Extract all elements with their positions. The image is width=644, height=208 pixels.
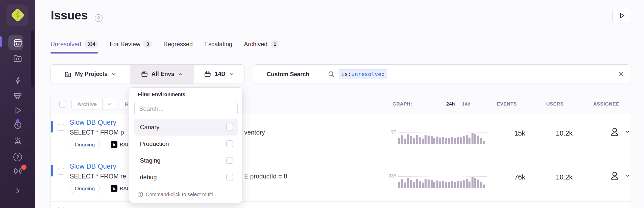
column-header-assignee: ASSIGNEE [593, 101, 619, 107]
sidebar-item-whats-new[interactable] [0, 166, 35, 176]
project-filter-button[interactable]: My Projects [51, 65, 130, 84]
page-filter-bar: My Projects All Envs 14D [51, 64, 244, 84]
issue-title-link[interactable]: Slow DB Query [70, 163, 116, 170]
chevron-down-icon [229, 72, 234, 77]
project-filter-label: My Projects [75, 71, 108, 77]
assignee-dropdown[interactable] [609, 126, 630, 137]
user-icon [609, 126, 620, 137]
folder-code-icon [13, 54, 22, 63]
environment-option-label: Staging [140, 157, 160, 164]
sidebar-item-issues[interactable] [0, 38, 35, 47]
tab-label: For Review [110, 41, 140, 48]
environment-option-label: Canary [140, 124, 159, 131]
chevron-right-icon [15, 188, 21, 194]
dropdown-title: Filter Environments [138, 92, 185, 97]
archive-button-label: Archive [72, 101, 102, 107]
issues-page: ? Issues ? Unresolved 334 For [0, 0, 644, 208]
tab-archived[interactable]: Archived 1 [244, 37, 279, 51]
environment-option-checkbox[interactable] [226, 140, 233, 147]
date-range-filter-label: 14D [215, 71, 225, 77]
window-icon [141, 71, 148, 78]
users-count: 10.2k [543, 173, 586, 181]
clear-search-button[interactable] [617, 70, 625, 79]
page-help-icon[interactable]: ? [95, 14, 103, 22]
siren-icon [13, 136, 23, 145]
users-count: 10.2k [543, 129, 586, 137]
tab-label: Unresolved [51, 41, 81, 48]
column-header-graph: GRAPH: [392, 101, 412, 107]
tab-escalating[interactable]: Escalating [204, 37, 232, 51]
tab-label: Archived [244, 41, 267, 48]
column-header-events: EVENTS [497, 101, 517, 107]
event-sparkline [398, 133, 487, 144]
sidebar-item-insights[interactable] [0, 76, 35, 85]
sidebar-item-help[interactable]: ? [0, 153, 35, 161]
sentry-logo[interactable] [9, 7, 26, 24]
environment-options-list: Canary Production Staging debug [134, 119, 238, 186]
environment-filter-button[interactable]: All Envs [130, 65, 194, 84]
tab-label: Regressed [163, 41, 193, 48]
chevron-down-icon [625, 129, 630, 134]
environment-option[interactable]: Production [134, 136, 238, 152]
close-icon [617, 70, 625, 78]
tab-regressed[interactable]: Regressed [163, 37, 193, 51]
tab-label: Escalating [204, 41, 232, 48]
lightning-icon [13, 76, 22, 85]
sidebar-expand-button[interactable] [0, 188, 35, 194]
tour-play-button[interactable] [612, 8, 631, 23]
issue-status-badge: Ongoing [70, 184, 100, 193]
user-icon [609, 170, 620, 181]
unresolved-level-bar [51, 165, 53, 176]
chevron-down-icon [625, 173, 630, 178]
calendar-icon [204, 71, 211, 78]
dropdown-footer: Command-click to select multi… [129, 186, 242, 203]
issue-title-link[interactable]: Slow DB Query [70, 119, 116, 126]
issue-culprit-fragment-right: ventory [244, 129, 265, 136]
folder-code-icon [64, 71, 71, 78]
tabs-bottom-border [35, 53, 644, 53]
dropdown-footer-text: Command-click to select multi… [146, 192, 218, 197]
archive-button[interactable]: Archive [71, 99, 116, 110]
environment-option-checkbox[interactable] [226, 124, 233, 131]
custom-search-button[interactable]: Custom Search [253, 65, 323, 84]
tab-count-badge: 1 [271, 40, 279, 48]
environment-option[interactable]: Canary [134, 119, 238, 136]
issue-checkbox[interactable] [58, 168, 64, 175]
dashboards-icon [13, 91, 22, 101]
environment-option-checkbox[interactable] [226, 174, 233, 180]
sidebar-item-alerts[interactable] [0, 136, 35, 145]
sidebar-item-explore[interactable] [0, 54, 35, 63]
assignee-dropdown[interactable] [609, 170, 630, 181]
graph-range-14d[interactable]: 14d [462, 101, 471, 107]
search-token-is-unresolved[interactable]: is:unresolved [339, 69, 387, 79]
releases-notification-dot [16, 119, 19, 123]
tab-count-badge: 3 [143, 40, 152, 48]
archive-dropdown-button[interactable] [102, 99, 116, 110]
issues-icon [13, 38, 22, 47]
date-range-filter-button[interactable]: 14D [194, 65, 244, 84]
issue-search-bar: Custom Search is:unresolved [253, 64, 631, 84]
events-count: 76k [498, 173, 541, 181]
chevron-down-icon [111, 72, 116, 77]
environment-search-input[interactable] [134, 102, 238, 115]
graph-max-label: 285 [369, 173, 396, 179]
select-all-checkbox[interactable] [59, 101, 66, 108]
environment-option-checkbox[interactable] [226, 157, 233, 164]
project-avatar: E [111, 141, 117, 148]
issue-list-tabs: Unresolved 334 For Review 3 Regressed Es… [51, 37, 279, 51]
graph-range-24h[interactable]: 24h [446, 101, 455, 107]
tab-count-badge: 334 [84, 40, 98, 48]
environment-option[interactable]: Staging [134, 152, 238, 169]
issue-checkbox[interactable] [58, 207, 64, 208]
whats-new-notification-dot [21, 165, 27, 170]
search-icon [328, 70, 335, 78]
help-icon: ? [13, 153, 22, 161]
events-count: 15k [498, 129, 541, 137]
issue-status-badge: Ongoing [70, 140, 100, 149]
tab-for-review[interactable]: For Review 3 [110, 37, 152, 51]
issue-checkbox[interactable] [58, 124, 64, 131]
environment-option[interactable]: debug [134, 169, 238, 186]
tab-unresolved[interactable]: Unresolved 334 [51, 37, 98, 51]
sidebar-item-dashboards[interactable] [0, 91, 35, 101]
sidebar-item-replays[interactable] [0, 106, 35, 115]
